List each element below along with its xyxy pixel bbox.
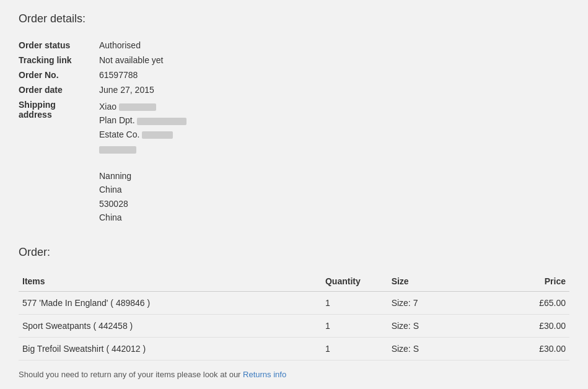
shipping-address-value: Xiao Plan Dpt. Estate Co. Nanning China … — [99, 97, 186, 227]
item-qty-2: 1 — [322, 337, 388, 360]
redacted-name — [119, 103, 156, 111]
item-size-2: Size: S — [388, 337, 487, 360]
item-size-0: Size: 7 — [388, 291, 487, 314]
address-name: Xiao — [99, 102, 156, 111]
item-name-0: 577 'Made In England' ( 489846 ) — [19, 291, 322, 314]
returns-info: Should you need to return any of your it… — [19, 370, 569, 379]
table-row: Big Trefoil Sweatshirt ( 442012 ) 1 Size… — [19, 337, 569, 360]
order-details-title: Order details: — [19, 12, 569, 25]
address-postcode: 530028 — [99, 199, 128, 209]
order-table: Items Quantity Size Price 577 'Made In E… — [19, 271, 569, 361]
table-row: 577 'Made In England' ( 489846 ) 1 Size:… — [19, 291, 569, 314]
item-qty-1: 1 — [322, 314, 388, 337]
order-date-label: Order date — [19, 82, 99, 97]
tracking-row: Tracking link Not available yet — [19, 53, 186, 68]
item-price-2: £30.00 — [487, 337, 569, 360]
order-date-value: June 27, 2015 — [99, 82, 186, 97]
address-line1: Plan Dpt. — [99, 115, 186, 125]
shipping-address-row: Shippingaddress Xiao Plan Dpt. Estate Co… — [19, 97, 186, 227]
col-header-price: Price — [487, 271, 569, 292]
col-header-quantity: Quantity — [322, 271, 388, 292]
item-name-1: Sport Sweatpants ( 442458 ) — [19, 314, 322, 337]
item-size-1: Size: S — [388, 314, 487, 337]
redacted-line2 — [142, 131, 173, 139]
status-label: Order status — [19, 38, 99, 53]
redacted-line3 — [99, 146, 136, 154]
col-header-items: Items — [19, 271, 322, 292]
item-price-0: £65.00 — [487, 291, 569, 314]
col-header-size: Size — [388, 271, 487, 292]
item-name-2: Big Trefoil Sweatshirt ( 442012 ) — [19, 337, 322, 360]
redacted-line1 — [137, 118, 186, 125]
order-no-row: Order No. 61597788 — [19, 68, 186, 82]
status-value: Authorised — [99, 38, 186, 53]
details-table: Order status Authorised Tracking link No… — [19, 38, 186, 227]
tracking-label: Tracking link — [19, 53, 99, 68]
returns-text-prefix: Should you need to return any of your it… — [19, 370, 243, 379]
order-date-row: Order date June 27, 2015 — [19, 82, 186, 97]
address-country: China — [99, 212, 122, 222]
returns-link[interactable]: Returns info — [243, 370, 286, 379]
address-city: Nanning — [99, 171, 131, 181]
order-section: Order: Items Quantity Size Price 577 'Ma… — [19, 246, 569, 389]
order-title: Order: — [19, 246, 569, 259]
address-region: China — [99, 185, 122, 194]
item-qty-0: 1 — [322, 291, 388, 314]
item-price-1: £30.00 — [487, 314, 569, 337]
page-container: Order details: Order status Authorised T… — [0, 0, 588, 389]
status-row: Order status Authorised — [19, 38, 186, 53]
order-no-value: 61597788 — [99, 68, 186, 82]
shipping-address-label: Shippingaddress — [19, 97, 99, 227]
order-no-label: Order No. — [19, 68, 99, 82]
table-row: Sport Sweatpants ( 442458 ) 1 Size: S £3… — [19, 314, 569, 337]
address-line2: Estate Co. — [99, 129, 173, 139]
returns-totals-area: Should you need to return any of your it… — [19, 370, 569, 389]
tracking-value: Not available yet — [99, 53, 186, 68]
order-details-section: Order details: Order status Authorised T… — [19, 12, 569, 227]
table-header-row: Items Quantity Size Price — [19, 271, 569, 292]
